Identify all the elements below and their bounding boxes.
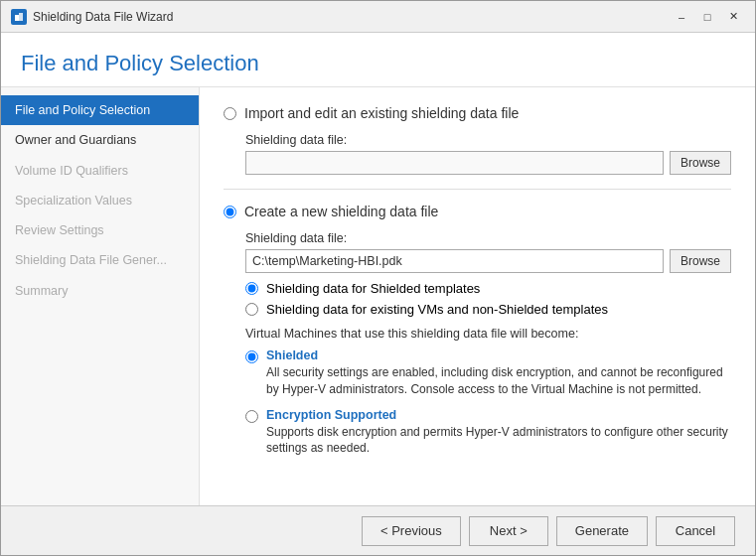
sidebar-item-owner-guardians[interactable]: Owner and Guardians bbox=[1, 125, 199, 155]
maximize-button[interactable]: □ bbox=[695, 7, 719, 27]
title-bar-controls: – □ ✕ bbox=[670, 7, 745, 27]
template-existing-row: Shielding data for existing VMs and non-… bbox=[245, 302, 731, 317]
bottom-bar: < Previous Next > Generate Cancel bbox=[1, 505, 755, 555]
import-field-label: Shielding data file: bbox=[245, 133, 731, 147]
import-section: Import and edit an existing shielding da… bbox=[224, 105, 731, 175]
right-panel: Import and edit an existing shielding da… bbox=[200, 87, 755, 505]
svg-rect-1 bbox=[15, 15, 19, 21]
svg-rect-2 bbox=[19, 13, 23, 21]
import-option-row: Import and edit an existing shielding da… bbox=[224, 105, 731, 121]
create-file-input[interactable] bbox=[245, 249, 664, 273]
sidebar-item-specialization: Specialization Values bbox=[1, 186, 199, 215]
create-input-row: Browse bbox=[245, 249, 731, 273]
divider bbox=[224, 189, 731, 190]
main-window: Shielding Data File Wizard – □ ✕ File an… bbox=[0, 0, 756, 556]
import-browse-button[interactable]: Browse bbox=[670, 151, 731, 175]
content-area: File and Policy Selection File and Polic… bbox=[1, 33, 755, 505]
create-option-row: Create a new shielding data file bbox=[224, 204, 731, 219]
create-radio[interactable] bbox=[224, 206, 236, 218]
vm-encryption-name: Encryption Supported bbox=[266, 408, 731, 422]
existing-template-radio[interactable] bbox=[245, 303, 258, 316]
create-label[interactable]: Create a new shielding data file bbox=[244, 204, 438, 219]
import-file-input[interactable] bbox=[245, 151, 664, 175]
window-title: Shielding Data File Wizard bbox=[33, 10, 173, 24]
shielded-template-radio[interactable] bbox=[245, 282, 258, 295]
sidebar-item-shielding-gen: Shielding Data File Gener... bbox=[1, 245, 199, 275]
generate-button[interactable]: Generate bbox=[556, 516, 648, 546]
vm-shielded-radio[interactable] bbox=[245, 350, 258, 363]
template-options: Shielding data for Shielded templates Sh… bbox=[245, 281, 731, 317]
vm-encryption-text: Encryption Supported Supports disk encry… bbox=[266, 408, 731, 458]
vm-encryption-row: Encryption Supported Supports disk encry… bbox=[245, 408, 731, 458]
vm-shielded-row: Shielded All security settings are enabl… bbox=[245, 348, 731, 398]
cancel-button[interactable]: Cancel bbox=[656, 516, 735, 546]
vm-options: Shielded All security settings are enabl… bbox=[245, 348, 731, 457]
vm-encryption-description: Supports disk encryption and permits Hyp… bbox=[266, 424, 731, 458]
close-button[interactable]: ✕ bbox=[721, 7, 745, 27]
title-bar-left: Shielding Data File Wizard bbox=[11, 9, 173, 25]
title-bar: Shielding Data File Wizard – □ ✕ bbox=[1, 1, 755, 33]
minimize-button[interactable]: – bbox=[670, 7, 693, 27]
main-content: File and Policy Selection Owner and Guar… bbox=[1, 86, 755, 505]
sidebar-item-review-settings: Review Settings bbox=[1, 215, 199, 245]
create-browse-button[interactable]: Browse bbox=[670, 249, 731, 273]
vm-encryption-radio[interactable] bbox=[245, 410, 258, 423]
sidebar-item-summary: Summary bbox=[1, 276, 199, 306]
template-shielded-row: Shielding data for Shielded templates bbox=[245, 281, 731, 296]
import-input-row: Browse bbox=[245, 151, 731, 175]
sidebar-item-volume-id: Volume ID Qualifiers bbox=[1, 156, 199, 186]
import-radio[interactable] bbox=[224, 107, 236, 120]
import-label[interactable]: Import and edit an existing shielding da… bbox=[244, 105, 519, 121]
page-title: File and Policy Selection bbox=[1, 33, 755, 86]
previous-button[interactable]: < Previous bbox=[362, 516, 461, 546]
app-icon bbox=[11, 9, 27, 25]
sidebar-item-file-policy[interactable]: File and Policy Selection bbox=[1, 95, 199, 125]
create-section: Create a new shielding data file Shieldi… bbox=[224, 204, 731, 457]
shielded-template-label[interactable]: Shielding data for Shielded templates bbox=[266, 281, 480, 296]
vm-shielded-name: Shielded bbox=[266, 348, 731, 362]
next-button[interactable]: Next > bbox=[469, 516, 548, 546]
existing-template-label[interactable]: Shielding data for existing VMs and non-… bbox=[266, 302, 608, 317]
vm-shielded-text: Shielded All security settings are enabl… bbox=[266, 348, 731, 398]
vm-shielded-description: All security settings are enabled, inclu… bbox=[266, 364, 731, 398]
create-field-label: Shielding data file: bbox=[245, 231, 731, 245]
vm-label: Virtual Machines that use this shielding… bbox=[245, 327, 731, 341]
sidebar: File and Policy Selection Owner and Guar… bbox=[1, 87, 200, 505]
